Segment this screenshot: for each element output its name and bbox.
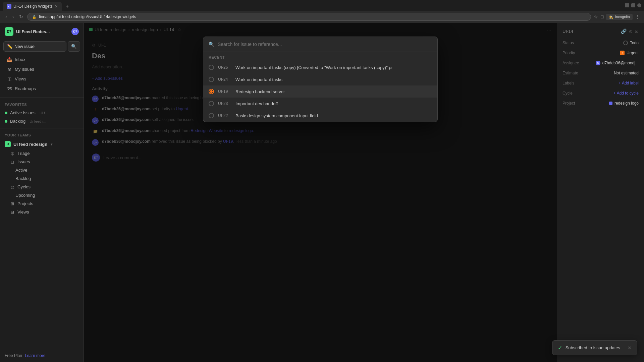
toast-notification: ✓ Subscribed to issue updates ✕ (552, 340, 637, 355)
sidebar: D7 UI Feed Redes... D7 ✏️ New issue 🔍 📥 … (0, 23, 84, 362)
favorites-active-sublabel: Ui f... (40, 111, 48, 115)
labels-label: Labels (562, 81, 574, 85)
search-item-4[interactable]: UI-22 Basic design system component inpu… (203, 110, 437, 122)
backlog-dot (5, 120, 7, 123)
active-label: Active (15, 168, 27, 173)
sidebar-item-issues[interactable]: ◻ Issues (0, 158, 84, 166)
project-label: Project (562, 101, 575, 106)
active-tab[interactable]: L UI-14 Design Widgets ✕ (3, 2, 62, 11)
assignee-avatar: D (596, 61, 600, 65)
cycles-icon: ◎ (10, 185, 15, 189)
win-minimize[interactable] (625, 3, 629, 7)
new-issue-label: New issue (14, 44, 35, 49)
address-bar[interactable]: 🔒 linear.app/ui-feed-redesign/issue/UI-1… (27, 13, 591, 21)
issues-icon: ◻ (10, 160, 15, 164)
sidebar-item-cycles[interactable]: ◎ Cycles (0, 183, 84, 191)
search-modal-icon: 🔍 (209, 42, 214, 47)
sidebar-item-backlog[interactable]: Backlog (0, 174, 84, 183)
toast-check-icon: ✓ (558, 345, 562, 351)
sidebar-footer: Free Plan Learn more (0, 349, 84, 362)
sidebar-item-projects[interactable]: ⊞ Projects (0, 199, 84, 208)
sidebar-item-my-issues[interactable]: ⊙ My issues (2, 64, 82, 74)
right-panel: UI-14 🔗 ⎋ ⊡ Status Todo Priority ! Urgen… (557, 23, 644, 362)
search-button[interactable]: 🔍 (68, 41, 80, 52)
views-team-icon: ⊟ (10, 210, 15, 215)
bookmark-icon[interactable]: ☆ (594, 14, 598, 19)
search-overlay[interactable]: 🔍 Recent UI-26 Work on important tasks (… (84, 23, 557, 362)
search-item-status-1 (209, 77, 214, 82)
search-item-0[interactable]: UI-26 Work on important tasks (copy) [Co… (203, 61, 437, 73)
assignee-row: Assignee D d7bdeb36@moodj... (562, 61, 639, 65)
search-item-id-1: UI-24 (218, 77, 231, 82)
sidebar-item-triage[interactable]: ◎ Triage (0, 149, 84, 158)
project-value[interactable]: redesign logo (609, 101, 639, 106)
share-icon[interactable]: ⎋ (629, 28, 632, 34)
sidebar-item-views-team[interactable]: ⊟ Views (0, 208, 84, 216)
sidebar-item-upcoming[interactable]: Upcoming (0, 191, 84, 199)
search-item-id-4: UI-22 (218, 113, 231, 118)
forward-button[interactable]: › (11, 13, 15, 20)
assignee-value[interactable]: D d7bdeb36@moodj... (596, 61, 639, 65)
new-issue-button[interactable]: ✏️ New issue (3, 41, 66, 52)
estimate-text: Not estimated (614, 71, 639, 75)
labels-row: Labels + Add label (562, 81, 639, 85)
roadmaps-icon: 🗺 (7, 86, 12, 91)
incognito-icon: 🕵 (609, 15, 613, 19)
extension-icon[interactable]: □ (601, 14, 603, 19)
sidebar-item-views[interactable]: ◫ Views (2, 74, 82, 83)
incognito-button[interactable]: 🕵 Incognito (606, 14, 633, 20)
sidebar-item-active[interactable]: Active (0, 166, 84, 174)
search-item-status-4 (209, 113, 214, 118)
my-issues-label: My issues (15, 67, 34, 72)
win-close[interactable] (637, 3, 641, 7)
add-cycle-button[interactable]: + Add to cycle (613, 91, 639, 96)
favorites-backlog-sublabel: Ui feed r... (30, 119, 46, 123)
priority-value[interactable]: ! Urgent (620, 51, 639, 55)
sidebar-item-roadmaps[interactable]: 🗺 Roadmaps (2, 84, 82, 93)
add-label-button[interactable]: + Add label (619, 81, 639, 85)
search-item-status-2 (209, 89, 214, 94)
priority-label: Priority (562, 51, 575, 55)
sidebar-item-inbox[interactable]: 📥 Inbox (2, 55, 82, 64)
menu-icon[interactable]: ⋮ (635, 14, 640, 19)
favorites-item-backlog[interactable]: Backlog Ui feed r... (0, 117, 84, 125)
estimate-value[interactable]: Not estimated (614, 71, 639, 75)
search-item-status-3 (209, 101, 214, 106)
app-container: D7 UI Feed Redes... D7 ✏️ New issue 🔍 📥 … (0, 23, 644, 362)
search-item-id-2: UI-19 (218, 89, 231, 94)
search-modal: 🔍 Recent UI-26 Work on important tasks (… (203, 37, 438, 122)
search-item-2[interactable]: UI-19 Redesign backend server (203, 85, 437, 98)
sidebar-divider-2 (0, 128, 84, 128)
urgent-icon: ! (620, 51, 625, 55)
back-button[interactable]: ‹ (4, 13, 8, 20)
estimate-label: Estimate (562, 71, 578, 75)
tab-close-btn[interactable]: ✕ (55, 4, 58, 9)
team-expand-icon: ▾ (51, 142, 52, 146)
link-icon[interactable]: 🔗 (621, 28, 627, 34)
right-panel-header: UI-14 🔗 ⎋ ⊡ (562, 28, 639, 34)
favorites-item-active[interactable]: Active issues Ui f... (0, 109, 84, 117)
right-panel-id: UI-14 (562, 29, 573, 34)
archive-icon[interactable]: ⊡ (635, 28, 639, 34)
status-value[interactable]: Todo (623, 41, 639, 45)
team-header[interactable]: U Ui feed redesign ▾ (0, 139, 84, 149)
search-item-3[interactable]: UI-23 Important dev handoff (203, 98, 437, 110)
assignee-text: d7bdeb36@moodj... (602, 61, 639, 65)
search-icon: 🔍 (71, 44, 77, 49)
toast-close-button[interactable]: ✕ (628, 345, 632, 351)
main-content: Ui feed redesign › redesign logo › UI-14… (84, 23, 557, 362)
priority-text: Urgent (627, 51, 639, 55)
project-row: Project redesign logo (562, 101, 639, 106)
issues-label: Issues (17, 159, 30, 164)
url-text: linear.app/ui-feed-redesign/issue/UI-14/… (39, 14, 136, 19)
estimate-row: Estimate Not estimated (562, 71, 639, 75)
refresh-button[interactable]: ↻ (18, 13, 24, 20)
browser-chrome: L UI-14 Design Widgets ✕ + ‹ › ↻ 🔒 linea… (0, 0, 644, 23)
triage-icon: ◎ (10, 151, 15, 156)
new-tab-button[interactable]: + (63, 2, 71, 11)
search-item-1[interactable]: UI-24 Work on important tasks (203, 73, 437, 85)
favorites-active-label: Active issues (10, 110, 36, 115)
search-modal-input[interactable] (218, 42, 432, 47)
learn-more-link[interactable]: Learn more (25, 353, 45, 358)
win-maximize[interactable] (631, 3, 635, 7)
